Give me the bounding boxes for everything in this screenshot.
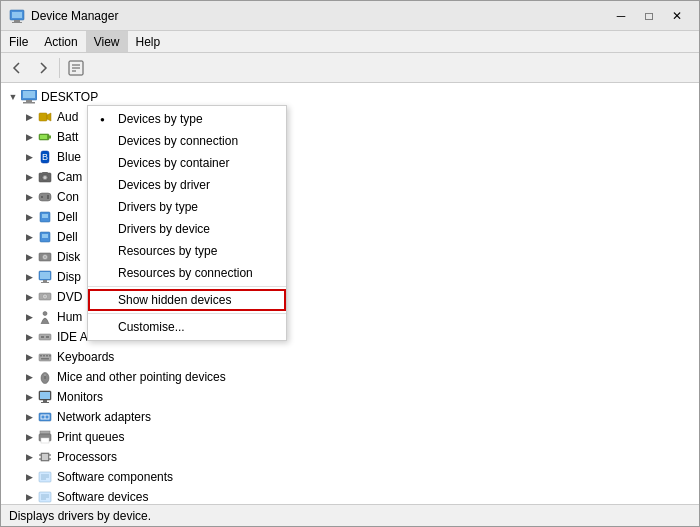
expand-arrow[interactable]: ▶ (21, 189, 37, 205)
list-item[interactable]: ▶ Processors (1, 447, 699, 467)
item-label: Software devices (57, 490, 148, 504)
menu-item-resources-by-connection[interactable]: Resources by connection (88, 262, 286, 284)
expand-arrow[interactable]: ▶ (21, 469, 37, 485)
print-icon (37, 429, 53, 445)
item-label: Cam (57, 170, 82, 184)
list-item[interactable]: ▶ Monitors (1, 387, 699, 407)
svg-rect-12 (39, 113, 47, 121)
root-label: DESKTOP (41, 90, 98, 104)
menu-file[interactable]: File (1, 31, 36, 52)
item-label: Dell (57, 230, 78, 244)
svg-rect-36 (43, 280, 47, 282)
menu-separator (88, 286, 286, 287)
item-label: DVD (57, 290, 82, 304)
list-item[interactable]: ▶ Software components (1, 467, 699, 487)
expand-arrow[interactable]: ▶ (21, 269, 37, 285)
list-item[interactable]: ▶ Network adapters (1, 407, 699, 427)
item-label: Batt (57, 130, 78, 144)
menu-item-devices-by-container[interactable]: Devices by container (88, 152, 286, 174)
window-controls: ─ □ ✕ (607, 2, 691, 30)
svg-rect-9 (23, 91, 35, 98)
tree-root[interactable]: ▼ DESKTOP (1, 87, 699, 107)
expand-arrow[interactable]: ▶ (21, 449, 37, 465)
menu-item-devices-by-driver[interactable]: Devices by driver (88, 174, 286, 196)
svg-rect-61 (40, 431, 50, 434)
expand-arrow[interactable]: ▶ (21, 229, 37, 245)
expand-arrow[interactable]: ▶ (21, 329, 37, 345)
list-item[interactable]: ▶ Mice and other pointing devices (1, 367, 699, 387)
network-icon (37, 409, 53, 425)
svg-rect-56 (43, 400, 47, 402)
list-item[interactable]: ▶ Software devices (1, 487, 699, 504)
menu-action[interactable]: Action (36, 31, 85, 52)
view-dropdown-menu: Devices by type Devices by connection De… (87, 105, 287, 341)
menu-item-customise[interactable]: Customise... (88, 316, 286, 338)
expand-arrow[interactable]: ▶ (21, 169, 37, 185)
menu-item-resources-by-type[interactable]: Resources by type (88, 240, 286, 262)
item-label: Keyboards (57, 350, 114, 364)
maximize-button[interactable]: □ (635, 2, 663, 30)
svg-text:B: B (42, 152, 48, 162)
list-item[interactable]: ▶ Print queues (1, 427, 699, 447)
back-icon (9, 60, 25, 76)
menu-bar: File Action View Help (1, 31, 699, 53)
software-icon (37, 489, 53, 504)
svg-rect-63 (41, 438, 49, 443)
content-area: ▼ DESKTOP ▶ Aud (1, 83, 699, 504)
properties-button[interactable] (64, 56, 88, 80)
bluetooth-icon: B (37, 149, 53, 165)
menu-help[interactable]: Help (128, 31, 169, 52)
mouse-icon (37, 369, 53, 385)
human-icon (37, 309, 53, 325)
expand-arrow[interactable]: ▶ (21, 369, 37, 385)
svg-rect-11 (23, 102, 35, 104)
expand-arrow[interactable]: ▶ (21, 409, 37, 425)
svg-rect-65 (42, 454, 48, 460)
expand-arrow[interactable]: ▶ (21, 349, 37, 365)
menu-item-devices-by-connection[interactable]: Devices by connection (88, 130, 286, 152)
window-title: Device Manager (31, 9, 607, 23)
minimize-button[interactable]: ─ (607, 2, 635, 30)
svg-point-25 (47, 195, 49, 197)
svg-rect-15 (49, 136, 51, 139)
dvd-icon (37, 289, 53, 305)
expand-arrow[interactable]: ▶ (21, 209, 37, 225)
menu-item-drivers-by-device[interactable]: Drivers by device (88, 218, 286, 240)
camera-icon (37, 169, 53, 185)
app-icon (9, 8, 25, 24)
menu-item-devices-by-type[interactable]: Devices by type (88, 108, 286, 130)
item-label: Con (57, 190, 79, 204)
svg-rect-44 (46, 336, 49, 338)
expand-arrow[interactable]: ▶ (21, 489, 37, 504)
controller-icon (37, 189, 53, 205)
expand-arrow[interactable]: ▶ (21, 309, 37, 325)
menu-item-show-hidden-devices[interactable]: Show hidden devices (88, 289, 286, 311)
forward-button[interactable] (31, 56, 55, 80)
battery-icon (37, 129, 53, 145)
expand-arrow[interactable]: ▶ (21, 109, 37, 125)
expand-arrow[interactable]: ▶ (21, 289, 37, 305)
properties-icon (68, 60, 84, 76)
list-item[interactable]: ▶ Keyboards (1, 347, 699, 367)
toolbar-separator (59, 58, 60, 78)
back-button[interactable] (5, 56, 29, 80)
processor-icon (37, 449, 53, 465)
device-icon (37, 209, 53, 225)
title-bar: Device Manager ─ □ ✕ (1, 1, 699, 31)
item-label: Software components (57, 470, 173, 484)
menu-item-drivers-by-type[interactable]: Drivers by type (88, 196, 286, 218)
audio-icon (37, 109, 53, 125)
expand-arrow[interactable]: ▶ (21, 429, 37, 445)
expand-arrow[interactable]: ▶ (21, 129, 37, 145)
expand-arrow[interactable]: ▶ (21, 389, 37, 405)
menu-view[interactable]: View (86, 31, 128, 52)
keyboard-icon (37, 349, 53, 365)
svg-point-26 (47, 197, 49, 199)
close-button[interactable]: ✕ (663, 2, 691, 30)
device-manager-window: Device Manager ─ □ ✕ File Action View He… (0, 0, 700, 527)
expand-arrow[interactable]: ▶ (21, 249, 37, 265)
svg-rect-46 (40, 355, 42, 357)
expand-icon[interactable]: ▼ (5, 89, 21, 105)
svg-point-21 (44, 176, 47, 179)
expand-arrow[interactable]: ▶ (21, 149, 37, 165)
